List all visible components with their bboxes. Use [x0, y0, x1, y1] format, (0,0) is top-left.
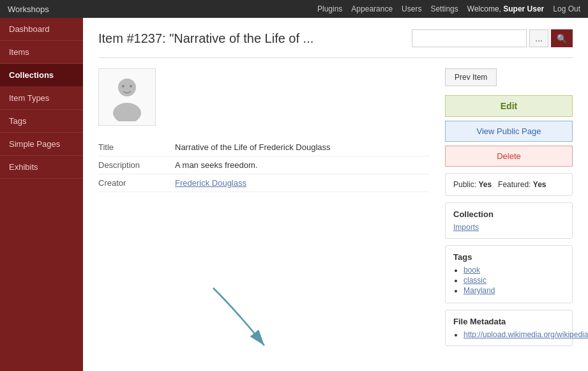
portrait-svg — [108, 73, 146, 121]
top-navbar: Workshops Plugins Appearance Users Setti… — [0, 0, 588, 18]
file-metadata-title: File Metadata — [453, 317, 564, 326]
featured-label: Featured: — [498, 180, 531, 189]
list-item: http://upload.wikimedia.org/wikipedia/co… — [464, 330, 564, 339]
search-input[interactable] — [412, 29, 527, 47]
sidebar-item-item-types[interactable]: Item Types — [0, 87, 83, 110]
tags-box: Tags book classic Maryland — [445, 245, 573, 303]
svg-point-0 — [118, 79, 136, 96]
delete-button[interactable]: Delete — [445, 146, 573, 167]
nav-links: Plugins Appearance Users Settings Welcom… — [317, 4, 580, 13]
annotation-area — [200, 282, 430, 360]
list-item: classic — [464, 276, 564, 285]
header-divider — [98, 57, 573, 58]
meta-row-creator: Creator Frederick Douglass — [98, 174, 430, 192]
main-content: Item #1237: "Narrative of the Life of ..… — [83, 18, 588, 371]
file-metadata-box: File Metadata http://upload.wikimedia.or… — [445, 310, 573, 346]
left-column: Title Narrative of the Life of Frederick… — [98, 68, 430, 360]
collection-link[interactable]: Imports — [453, 223, 479, 232]
list-item: Maryland — [464, 286, 564, 295]
search-options-button[interactable]: ... — [529, 29, 548, 47]
tags-list: book classic Maryland — [453, 266, 564, 295]
view-public-button[interactable]: View Public Page — [445, 121, 573, 142]
public-featured-box: Public: Yes Featured: Yes — [445, 173, 573, 196]
meta-row-title: Title Narrative of the Life of Frederick… — [98, 139, 430, 156]
nav-plugins[interactable]: Plugins — [317, 4, 342, 13]
sidebar-item-items[interactable]: Items — [0, 41, 83, 64]
public-value: Yes — [478, 180, 492, 189]
file-metadata-link[interactable]: http://upload.wikimedia.org/wikipedia/co… — [464, 330, 588, 339]
svg-point-1 — [113, 103, 141, 121]
welcome-text: Welcome, Super User — [467, 4, 545, 13]
public-label: Public: — [453, 180, 476, 189]
tags-title: Tags — [453, 252, 564, 262]
search-button[interactable]: 🔍 — [551, 29, 573, 47]
sidebar-item-exhibits[interactable]: Exhibits — [0, 156, 83, 179]
metadata-table: Title Narrative of the Life of Frederick… — [98, 139, 430, 192]
meta-row-description: Description A man seeks freedom. — [98, 156, 430, 174]
logout-link[interactable]: Log Out — [553, 4, 580, 13]
collection-box: Collection Imports — [445, 202, 573, 239]
sidebar-item-tags[interactable]: Tags — [0, 110, 83, 133]
prev-item-button[interactable]: Prev Item — [445, 68, 497, 86]
sidebar-item-dashboard[interactable]: Dashboard — [0, 18, 83, 41]
svg-point-2 — [122, 85, 124, 87]
svg-point-3 — [130, 85, 132, 87]
tag-maryland[interactable]: Maryland — [464, 286, 495, 295]
annotation-arrow-svg — [200, 282, 277, 358]
search-icon: 🔍 — [557, 34, 567, 43]
main-layout: Dashboard Items Collections Item Types T… — [0, 18, 588, 371]
sidebar-item-collections[interactable]: Collections — [0, 64, 83, 87]
nav-users[interactable]: Users — [402, 4, 421, 13]
search-bar: ... 🔍 — [412, 29, 573, 47]
list-item: book — [464, 266, 564, 275]
sidebar-item-simple-pages[interactable]: Simple Pages — [0, 133, 83, 156]
edit-button[interactable]: Edit — [445, 95, 573, 117]
collection-title: Collection — [453, 209, 564, 219]
creator-link[interactable]: Frederick Douglass — [175, 178, 246, 188]
prev-item-row: Prev Item — [445, 68, 573, 86]
app-name: Workshops — [8, 4, 49, 14]
content-area: Title Narrative of the Life of Frederick… — [98, 68, 573, 360]
featured-value: Yes — [533, 180, 547, 189]
page-title: Item #1237: "Narrative of the Life of ..… — [98, 31, 313, 46]
file-metadata-list: http://upload.wikimedia.org/wikipedia/co… — [453, 330, 564, 339]
item-image — [98, 68, 156, 126]
nav-appearance[interactable]: Appearance — [351, 4, 393, 13]
tag-book[interactable]: book — [464, 266, 480, 275]
right-column: Prev Item Edit View Public Page Delete P… — [445, 68, 573, 360]
page-header: Item #1237: "Narrative of the Life of ..… — [98, 29, 573, 47]
nav-settings[interactable]: Settings — [430, 4, 458, 13]
tag-classic[interactable]: classic — [464, 276, 486, 285]
sidebar: Dashboard Items Collections Item Types T… — [0, 18, 83, 371]
